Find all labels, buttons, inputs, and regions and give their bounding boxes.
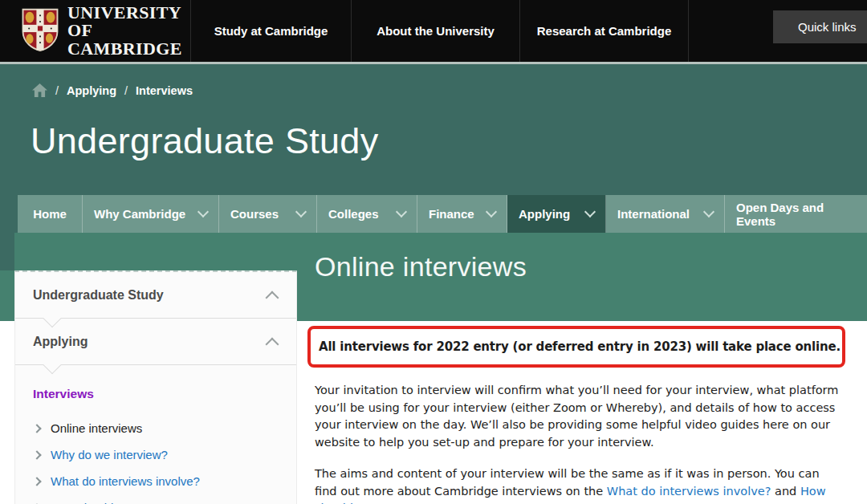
sidebar: Undergraduate Study Applying Interviews … [14, 270, 297, 504]
link-what-do-interviews-involve[interactable]: What do interviews involve? [607, 485, 771, 498]
page-title: Undergraduate Study [31, 120, 379, 162]
sidebar-links: Online interviews Why do we interview? W… [15, 415, 296, 504]
chevron-down-icon [584, 206, 596, 217]
topnav-about-the-university[interactable]: About the University [351, 0, 519, 62]
chevron-right-icon [32, 477, 41, 486]
site-header: UNIVERSITY OF CAMBRIDGE Study at Cambrid… [0, 0, 867, 62]
paragraph-aims: The aims and content of your interview w… [315, 465, 845, 504]
sidebar-section-applying[interactable]: Applying [15, 319, 296, 364]
chevron-down-icon [703, 206, 714, 217]
breadcrumb: / Applying / Interviews [32, 83, 193, 97]
sidebar-link-label: Why do we interview? [51, 448, 168, 461]
page: UNIVERSITY OF CAMBRIDGE Study at Cambrid… [0, 0, 867, 504]
tab-international[interactable]: International [606, 195, 725, 233]
wordmark-line1: UNIVERSITY OF [67, 4, 190, 40]
breadcrumb-applying[interactable]: Applying [67, 84, 116, 97]
chevron-right-icon [32, 424, 41, 433]
topnav-study-at-cambridge[interactable]: Study at Cambridge [190, 0, 351, 62]
section-tab-bar: Home Why Cambridge Courses Colleges Fina… [18, 195, 867, 233]
sidebar-separator [15, 318, 296, 319]
chevron-up-icon [266, 291, 279, 305]
sidebar-link-online-interviews[interactable]: Online interviews [15, 415, 296, 441]
tab-home[interactable]: Home [18, 195, 83, 233]
sidebar-link-why-do-we-interview[interactable]: Why do we interview? [15, 441, 296, 468]
quick-links-button[interactable]: Quick links [773, 10, 867, 43]
tab-finance[interactable]: Finance [417, 195, 507, 233]
tab-courses[interactable]: Courses [219, 195, 317, 233]
breadcrumb-separator: / [124, 84, 128, 97]
chevron-up-icon [266, 338, 279, 352]
gutter-patch [0, 233, 14, 270]
sidebar-link-label: How should I prepare? [51, 501, 172, 504]
wordmark-line2: CAMBRIDGE [67, 40, 190, 58]
highlight-annotation-box: All interviews for 2022 entry (or deferr… [307, 326, 845, 368]
university-wordmark: UNIVERSITY OF CAMBRIDGE [67, 4, 190, 58]
tab-open-days-and-events[interactable]: Open Days and Events [725, 195, 867, 233]
paragraph-invitation: Your invitation to interview will confir… [315, 382, 845, 451]
sidebar-section-undergraduate-study[interactable]: Undergraduate Study [15, 272, 296, 318]
tab-applying[interactable]: Applying [507, 195, 606, 233]
page-banner: / Applying / Interviews Undergraduate St… [0, 64, 867, 233]
home-icon[interactable] [32, 83, 47, 97]
breadcrumb-separator: / [55, 84, 59, 97]
breadcrumb-interviews[interactable]: Interviews [136, 84, 193, 97]
university-logo[interactable]: UNIVERSITY OF CAMBRIDGE [0, 0, 190, 62]
topnav-research-at-cambridge[interactable]: Research at Cambridge [519, 0, 689, 62]
sidebar-link-label: Online interviews [51, 421, 142, 435]
main-content: All interviews for 2022 entry (or deferr… [307, 321, 845, 504]
sidebar-section-label: Undergraduate Study [33, 288, 164, 303]
chevron-down-icon [295, 206, 307, 217]
content-page-title: Online interviews [315, 251, 527, 282]
sidebar-link-how-should-i-prepare[interactable]: How should I prepare? [15, 494, 296, 504]
tab-colleges[interactable]: Colleges [317, 195, 417, 233]
sidebar-separator [15, 364, 296, 365]
paragraph-text: and [771, 485, 800, 498]
chevron-down-icon [197, 206, 209, 217]
cambridge-shield-icon [22, 8, 59, 55]
tab-why-cambridge[interactable]: Why Cambridge [83, 195, 219, 233]
sidebar-link-label: What do interviews involve? [51, 474, 200, 488]
chevron-right-icon [32, 450, 41, 459]
sidebar-current-section-interviews[interactable]: Interviews [33, 387, 279, 401]
chevron-down-icon [396, 206, 407, 217]
sidebar-link-what-do-interviews-involve[interactable]: What do interviews involve? [15, 468, 296, 494]
chevron-down-icon [486, 206, 497, 217]
sidebar-section-label: Applying [33, 335, 88, 349]
